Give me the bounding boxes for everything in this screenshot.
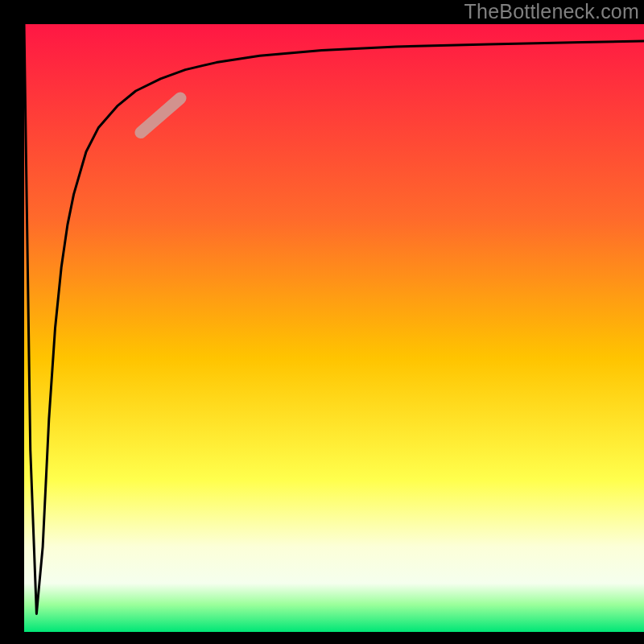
watermark-text: TheBottleneck.com (464, 0, 639, 23)
chart-frame: TheBottleneck.com (0, 0, 644, 644)
chart-svg (24, 24, 644, 632)
plot-area (24, 24, 644, 632)
gradient-background (24, 24, 644, 632)
